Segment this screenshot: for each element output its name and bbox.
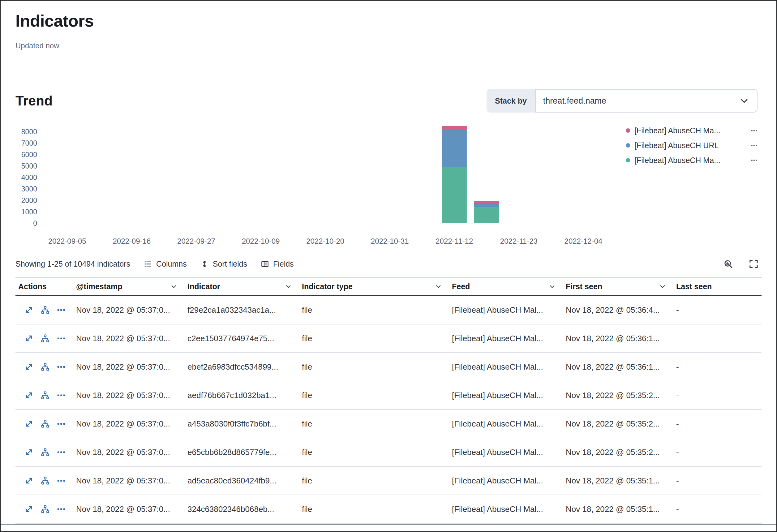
more-actions-button[interactable] xyxy=(57,419,66,428)
indicator-cell: c2ee15037764974e75... xyxy=(185,334,299,343)
open-details-button[interactable] xyxy=(25,505,33,514)
feed-cell: [Filebeat] AbuseCH Mal... xyxy=(449,447,563,457)
stacked-bar[interactable] xyxy=(474,201,499,223)
more-actions-button[interactable] xyxy=(57,448,66,456)
indicator-type-cell: file xyxy=(299,391,449,400)
timeline-icon xyxy=(41,448,49,456)
more-actions-icon xyxy=(57,362,66,371)
horizontal-scrollbar[interactable] xyxy=(0,524,777,525)
legend-more-actions-icon[interactable] xyxy=(751,127,758,134)
open-details-button[interactable] xyxy=(25,391,33,400)
y-axis-tick-label: 7000 xyxy=(21,139,37,147)
investigate-in-timeline-button[interactable] xyxy=(41,306,49,314)
y-axis-labels: 010002000300040005000600070008000 xyxy=(15,126,38,223)
inspect-button[interactable] xyxy=(722,258,734,270)
feed-cell: [Filebeat] AbuseCH Mal... xyxy=(449,505,563,514)
open-details-button[interactable] xyxy=(25,306,33,314)
more-actions-button[interactable] xyxy=(57,334,66,343)
column-header-indicator[interactable]: Indicator xyxy=(185,282,299,291)
indicator-type-cell: file xyxy=(299,334,449,343)
legend-more-actions-icon[interactable] xyxy=(751,157,758,164)
indicator-type-cell: file xyxy=(299,419,449,429)
more-actions-button[interactable] xyxy=(57,505,66,514)
sort-chevron-down-icon xyxy=(285,283,292,290)
column-header-feed[interactable]: Feed xyxy=(449,282,563,291)
y-axis-tick-label: 6000 xyxy=(21,150,37,159)
toolbar-right-icons xyxy=(722,258,760,270)
more-actions-button[interactable] xyxy=(57,362,66,371)
fields-button-label: Fields xyxy=(273,259,294,269)
fields-button[interactable]: Fields xyxy=(261,259,294,269)
more-actions-button[interactable] xyxy=(57,476,66,485)
indicator-cell: f29e2ca1a032343ac1a... xyxy=(185,305,299,315)
actions-cell xyxy=(15,362,73,371)
legend-item[interactable]: [Filebeat] AbuseCH Ma... xyxy=(626,153,758,168)
fullscreen-button[interactable] xyxy=(747,258,760,270)
actions-cell xyxy=(15,334,73,343)
actions-cell xyxy=(15,419,73,428)
column-header-label: First seen xyxy=(566,282,602,291)
chevron-down-icon xyxy=(740,96,749,105)
indicator-cell: ad5eac80ed360424fb9... xyxy=(185,476,299,486)
first-seen-cell: Nov 18, 2022 @ 05:36:1... xyxy=(563,334,673,343)
legend-item[interactable]: [Filebeat] AbuseCH Ma... xyxy=(626,123,758,138)
investigate-in-timeline-button[interactable] xyxy=(41,391,49,400)
actions-cell xyxy=(15,391,73,400)
actions-cell xyxy=(15,505,73,514)
timestamp-cell: Nov 18, 2022 @ 05:37:0... xyxy=(73,305,185,315)
more-actions-button[interactable] xyxy=(57,391,66,400)
open-details-button[interactable] xyxy=(25,476,33,485)
timestamp-cell: Nov 18, 2022 @ 05:37:0... xyxy=(73,334,185,343)
investigate-in-timeline-button[interactable] xyxy=(41,476,49,485)
table-row: Nov 18, 2022 @ 05:37:0... 324c63802346b0… xyxy=(15,495,762,524)
open-details-button[interactable] xyxy=(25,334,33,343)
investigate-in-timeline-button[interactable] xyxy=(41,505,49,514)
column-header-timestamp[interactable]: @timestamp xyxy=(73,282,185,291)
open-details-button[interactable] xyxy=(25,448,33,456)
stacked-bar[interactable] xyxy=(442,126,467,223)
stack-by-field: threat.feed.name xyxy=(536,89,758,113)
legend-item[interactable]: [Filebeat] AbuseCH URL xyxy=(626,138,758,153)
open-details-button[interactable] xyxy=(25,362,33,371)
x-axis-tick-label: 2022-11-12 xyxy=(436,237,473,245)
sort-chevron-down-icon xyxy=(171,283,177,290)
expand-icon xyxy=(25,391,33,400)
x-axis-tick-label: 2022-09-16 xyxy=(113,237,151,245)
x-axis-tick-label: 2022-11-23 xyxy=(500,237,538,245)
legend-more-actions-icon[interactable] xyxy=(751,142,758,149)
timeline-icon xyxy=(41,391,49,400)
open-details-button[interactable] xyxy=(25,419,33,428)
investigate-in-timeline-button[interactable] xyxy=(41,334,49,343)
expand-icon xyxy=(25,448,33,456)
stack-by-select[interactable]: Stack by threat.feed.name xyxy=(486,89,758,113)
table-row: Nov 18, 2022 @ 05:37:0... f29e2ca1a03234… xyxy=(15,296,762,324)
expand-icon xyxy=(25,306,33,314)
indicator-cell: ebef2a6983dfcc534899... xyxy=(185,362,299,372)
last-seen-cell: - xyxy=(673,362,762,372)
trend-section-header: Trend Stack by threat.feed.name xyxy=(15,89,762,113)
investigate-in-timeline-button[interactable] xyxy=(41,362,49,371)
column-header-first-seen[interactable]: First seen xyxy=(563,282,673,291)
x-axis-tick-label: 2022-09-27 xyxy=(177,237,215,245)
first-seen-cell: Nov 18, 2022 @ 05:35:2... xyxy=(563,447,673,457)
bar-segment-blue xyxy=(442,130,467,167)
timestamp-cell: Nov 18, 2022 @ 05:37:0... xyxy=(73,447,185,457)
columns-button[interactable]: Columns xyxy=(144,259,187,269)
app-frame: Indicators Updated now Trend Stack by th… xyxy=(0,0,777,532)
columns-icon xyxy=(144,260,152,268)
table-toolbar: Showing 1-25 of 10494 indicators Columns… xyxy=(15,257,762,271)
more-actions-button[interactable] xyxy=(57,306,66,314)
column-header-indicator-type[interactable]: Indicator type xyxy=(299,282,449,291)
last-seen-cell: - xyxy=(673,447,762,457)
bar-segment-pink xyxy=(474,201,499,204)
timeline-icon xyxy=(41,476,49,485)
investigate-in-timeline-button[interactable] xyxy=(41,419,49,428)
y-axis-tick-label: 8000 xyxy=(21,128,37,136)
trend-chart: 010002000300040005000600070008000 2022-0… xyxy=(15,126,762,250)
updated-status: Updated now xyxy=(15,41,762,50)
legend-color-dot xyxy=(626,128,630,133)
sort-fields-button[interactable]: Sort fields xyxy=(201,259,247,269)
sort-chevron-down-icon xyxy=(435,283,442,290)
feed-cell: [Filebeat] AbuseCH Mal... xyxy=(449,305,563,315)
investigate-in-timeline-button[interactable] xyxy=(41,448,49,456)
